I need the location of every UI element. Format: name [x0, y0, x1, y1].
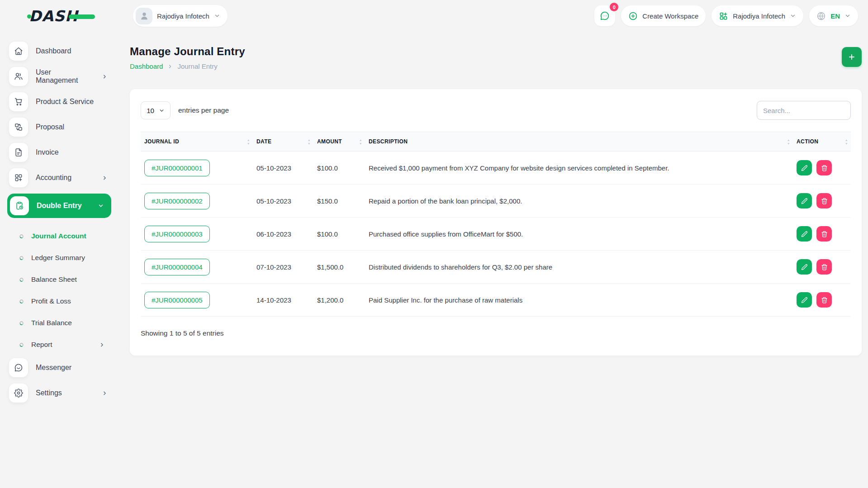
date-cell: 06-10-2023: [253, 218, 313, 251]
delete-button[interactable]: [816, 226, 832, 242]
table-row: #JUR000000002 05-10-2023 $150.0 Repaid a…: [141, 185, 851, 218]
chevron-down-icon: [98, 203, 104, 209]
pencil-icon: [801, 297, 808, 303]
sidebar-item-label: Accounting: [36, 174, 94, 182]
chevron-down-icon: [844, 13, 851, 19]
description-cell: Distributed dividends to shareholders fo…: [365, 251, 793, 284]
entries-per-page-label: entries per page: [178, 106, 229, 114]
trash-icon: [821, 231, 828, 237]
column-header-description[interactable]: DESCRIPTION▲▼: [365, 132, 793, 152]
table-row: #JUR000000001 05-10-2023 $100.0 Received…: [141, 152, 851, 185]
cart-icon: [9, 92, 28, 111]
journal-id-badge[interactable]: #JUR000000001: [144, 160, 210, 176]
journal-table-card: 10 entries per page JOURNAL ID▲▼ DATE▲▼ …: [130, 89, 862, 355]
topbar: DASH Rajodiya Infotech 0: [0, 0, 868, 32]
sidebar-item-label: Double Entry: [37, 202, 90, 210]
submenu-item-label: Balance Sheet: [31, 275, 111, 284]
edit-button[interactable]: [797, 160, 812, 175]
column-header-action[interactable]: ACTION▲▼: [793, 132, 851, 152]
avatar: [136, 8, 152, 24]
entries-per-page-value: 10: [147, 107, 154, 114]
chat-bubble-icon: [600, 11, 610, 21]
pencil-icon: [801, 264, 808, 270]
logo-dot-icon: [27, 14, 31, 19]
globe-icon: [816, 11, 826, 21]
logo-dash-icon: [69, 14, 95, 19]
messenger-icon: [9, 358, 28, 377]
sort-arrows-icon: ▲▼: [359, 138, 362, 145]
submenu-item-ledger-summary[interactable]: Ledger Summary: [19, 247, 111, 269]
clipboard-clock-icon: [10, 196, 29, 215]
submenu-item-profit-loss[interactable]: Profit & Loss: [19, 290, 111, 312]
breadcrumb-dashboard-link[interactable]: Dashboard: [130, 62, 163, 70]
submenu-item-label: Report: [31, 341, 92, 349]
search-input[interactable]: [757, 101, 851, 120]
journal-id-badge[interactable]: #JUR000000004: [144, 259, 210, 275]
column-header-amount[interactable]: AMOUNT▲▼: [313, 132, 365, 152]
chevron-right-icon: [102, 175, 108, 181]
sidebar-item-product-service[interactable]: Product & Service: [7, 92, 111, 111]
pencil-icon: [801, 198, 808, 204]
submenu-item-trial-balance[interactable]: Trial Balance: [19, 312, 111, 334]
bullet-circle-icon: [19, 321, 24, 326]
plus-icon: [847, 52, 856, 62]
create-journal-entry-button[interactable]: [842, 47, 862, 67]
delete-button[interactable]: [816, 193, 832, 208]
journal-id-badge[interactable]: #JUR000000003: [144, 226, 210, 242]
logo[interactable]: DASH: [0, 7, 118, 25]
sidebar-item-label: User Management: [36, 68, 94, 85]
amount-cell: $150.0: [313, 185, 365, 218]
edit-button[interactable]: [797, 292, 812, 308]
home-icon: [9, 42, 28, 61]
delete-button[interactable]: [816, 160, 832, 175]
workspace-name: Rajodiya Infotech: [157, 12, 209, 20]
pencil-icon: [801, 165, 808, 171]
chevron-down-icon: [790, 13, 796, 19]
submenu-item-journal-account[interactable]: Journal Account: [19, 225, 111, 247]
grid-plus-icon: [9, 168, 28, 187]
edit-button[interactable]: [797, 259, 812, 275]
amount-cell: $100.0: [313, 152, 365, 185]
workspace-selector[interactable]: Rajodiya Infotech: [133, 5, 228, 27]
sidebar-item-proposal[interactable]: Proposal: [7, 118, 111, 137]
sidebar-item-double-entry[interactable]: Double Entry: [7, 194, 111, 218]
language-selector[interactable]: EN: [809, 5, 858, 26]
sidebar: Dashboard User Management Product & Serv…: [0, 32, 118, 488]
edit-button[interactable]: [797, 193, 812, 208]
trash-icon: [821, 165, 828, 171]
company-selector[interactable]: Rajodiya Infotech: [711, 5, 803, 26]
trash-icon: [821, 264, 828, 270]
journal-id-badge[interactable]: #JUR000000005: [144, 292, 210, 308]
table-row: #JUR000000003 06-10-2023 $100.0 Purchase…: [141, 218, 851, 251]
description-cell: Received $1,000 payment from XYZ Company…: [365, 152, 793, 185]
delete-button[interactable]: [816, 259, 832, 275]
edit-button[interactable]: [797, 226, 812, 242]
amount-cell: $1,200.0: [313, 284, 365, 317]
chevron-down-icon: [214, 13, 220, 19]
sidebar-item-accounting[interactable]: Accounting: [7, 168, 111, 187]
sort-arrows-icon: ▲▼: [308, 138, 311, 145]
breadcrumb-current: Journal Entry: [177, 62, 217, 70]
sidebar-item-user-management[interactable]: User Management: [7, 67, 111, 86]
chevron-right-icon: [102, 390, 108, 396]
sidebar-item-dashboard[interactable]: Dashboard: [7, 42, 111, 61]
sidebar-item-messenger[interactable]: Messenger: [7, 358, 111, 377]
submenu-item-label: Trial Balance: [31, 319, 111, 327]
journal-id-badge[interactable]: #JUR000000002: [144, 193, 210, 209]
avatar-person-icon: [139, 11, 149, 21]
amount-cell: $1,500.0: [313, 251, 365, 284]
table-row: #JUR000000004 07-10-2023 $1,500.0 Distri…: [141, 251, 851, 284]
submenu-item-balance-sheet[interactable]: Balance Sheet: [19, 269, 111, 290]
sidebar-item-invoice[interactable]: Invoice: [7, 143, 111, 162]
sidebar-item-settings[interactable]: Settings: [7, 384, 111, 403]
submenu-item-report[interactable]: Report: [19, 334, 111, 355]
trash-icon: [821, 198, 828, 204]
entries-per-page-select[interactable]: 10: [141, 101, 171, 119]
create-workspace-button[interactable]: Create Workspace: [621, 5, 706, 26]
messages-button[interactable]: 0: [594, 5, 615, 26]
gear-icon: [9, 384, 28, 403]
column-header-date[interactable]: DATE▲▼: [253, 132, 313, 152]
sidebar-item-label: Product & Service: [36, 98, 108, 106]
delete-button[interactable]: [816, 292, 832, 308]
column-header-journal-id[interactable]: JOURNAL ID▲▼: [141, 132, 253, 152]
